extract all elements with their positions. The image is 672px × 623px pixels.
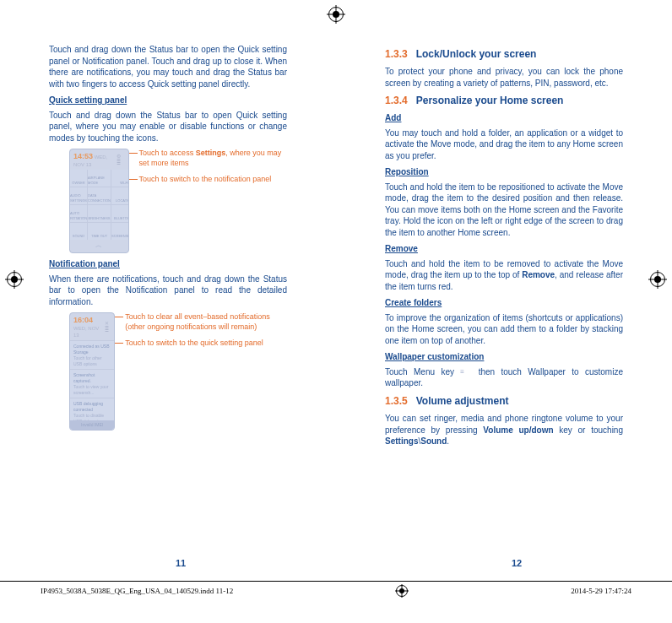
page-number-left: 11 (176, 557, 186, 570)
footer-timestamp: 2014-5-29 17:47:24 (571, 586, 631, 596)
registration-mark-icon (650, 272, 665, 287)
quick-setting-heading: Quick setting panel (49, 95, 287, 106)
reposition-body: Touch and hold the item to be reposition… (385, 181, 623, 239)
registration-mark-icon (7, 272, 22, 287)
reposition-heading: Reposition (385, 166, 623, 178)
chevron-up-icon: ︿ (70, 240, 128, 252)
remove-body: Touch and hold the item to be removed to… (385, 258, 623, 293)
figure-callouts: Touch to clear all event–based notificat… (115, 312, 287, 431)
create-folders-heading: Create folders (385, 297, 623, 309)
notification-panel-body: When there are notifications, touch and … (49, 274, 287, 308)
section-1-3-4: 1.3.4Personalize your Home screen (385, 94, 623, 107)
registration-mark-icon (328, 7, 344, 22)
page-number-right: 12 (512, 557, 522, 570)
menu-key-icon: ≡ (460, 371, 472, 374)
lock-unlock-body: To protect your phone and privacy, you c… (385, 66, 623, 89)
callout-switch-panel: Touch to switch to the notification pane… (139, 175, 287, 185)
right-column: 1.3.3Lock/Unlock your screen To protect … (336, 44, 672, 540)
wallpaper-body: Touch Menu key ≡ then touch Wallpaper to… (385, 366, 623, 389)
callout-switch-quick: Touch to switch to the quick setting pan… (125, 339, 287, 349)
add-heading: Add (385, 112, 623, 124)
clear-icon: ✕ ≣ (105, 320, 111, 333)
figure-callouts: Touch to access Settings, where you may … (129, 149, 287, 253)
phone-mock-notifications: 16:04 WED, NOV 13 ✕ ≣ Connected as USB S… (69, 312, 115, 431)
notification-panel-heading: Notification panel (49, 258, 287, 270)
callout-clear: Touch to clear all event–based notificat… (125, 312, 287, 332)
wallpaper-heading: Wallpaper customization (385, 351, 623, 363)
quick-settings-grid: OWNERAIRPLANE MODEWI-FI AUDIO SETTINGSDA… (70, 170, 128, 240)
quick-setting-figure: 14:53 WED, NOV 13 ⚙ ≣ OWNERAIRPLANE MODE… (69, 149, 287, 253)
section-1-3-3: 1.3.3Lock/Unlock your screen (385, 47, 623, 61)
print-footer: IP4953_5038A_5038E_QG_Eng_USA_04_140529.… (0, 581, 672, 597)
volume-body: You can set ringer, media and phone ring… (385, 413, 623, 447)
page-columns: Touch and drag down the Status bar to op… (0, 0, 672, 540)
section-1-3-5: 1.3.5Volume adjustment (385, 394, 623, 408)
notification-figure: 16:04 WED, NOV 13 ✕ ≣ Connected as USB S… (69, 312, 287, 431)
intro-text: Touch and drag down the Status bar to op… (49, 44, 287, 89)
left-column: Touch and drag down the Status bar to op… (0, 44, 336, 540)
add-body: You may touch and hold a folder, an appl… (385, 127, 623, 162)
footer-filename: IP4953_5038A_5038E_QG_Eng_USA_04_140529.… (41, 586, 233, 596)
remove-heading: Remove (385, 243, 623, 255)
quick-setting-body: Touch and drag down the Status bar to op… (49, 110, 287, 144)
create-folders-body: To improve the organization of items (sh… (385, 312, 623, 347)
callout-settings: Touch to access Settings, where you may … (139, 149, 287, 168)
settings-icon: ⚙ ≣ (117, 153, 124, 166)
phone-mock-quick-settings: 14:53 WED, NOV 13 ⚙ ≣ OWNERAIRPLANE MODE… (69, 149, 129, 253)
registration-mark-icon (396, 585, 408, 597)
